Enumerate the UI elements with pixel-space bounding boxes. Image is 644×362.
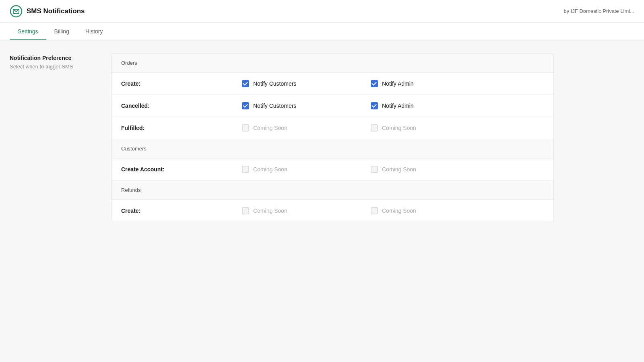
customers-create-account-notify-customers-checkbox [242,166,249,173]
tab-billing[interactable]: Billing [46,23,77,40]
orders-fulfilled-label: Fulfilled: [121,125,242,131]
orders-cancelled-options: Notify Customers Notify Admin [242,102,544,109]
refunds-create-notify-customers-label: Coming Soon [253,208,287,214]
sidebar-title: Notification Preference [10,55,98,61]
orders-section-header: Orders [111,53,553,73]
orders-cancelled-label: Cancelled: [121,103,242,109]
refunds-section-header: Refunds [111,181,553,200]
refunds-create-label: Create: [121,208,242,214]
tab-history[interactable]: History [77,23,111,40]
app-header-left: SMS Notifications [10,5,85,18]
app-header: SMS Notifications by IJF Domestic Privat… [0,0,644,23]
settings-panel: Orders Create: Notify Customers Notify A… [111,53,554,222]
refunds-create-notify-admin-checkbox-wrapper [371,207,378,214]
orders-fulfilled-options: Coming Soon Coming Soon [242,124,544,132]
refunds-create-notify-customers-group: Coming Soon [242,207,322,214]
orders-cancelled-notify-customers-checkbox-wrapper[interactable] [242,102,249,109]
customers-create-account-notify-admin-checkbox [371,166,378,173]
orders-cancelled-notify-customers-checkbox[interactable] [242,102,249,109]
orders-fulfilled-notify-admin-label: Coming Soon [382,125,416,131]
tab-navigation: Settings Billing History [0,23,644,40]
customers-create-account-notify-customers-checkbox-wrapper [242,166,249,173]
tab-settings[interactable]: Settings [10,23,46,40]
orders-create-notify-admin-label: Notify Admin [382,80,414,87]
orders-fulfilled-notify-customers-group: Coming Soon [242,124,322,132]
refunds-create-notify-admin-group: Coming Soon [371,207,451,214]
orders-create-notify-customers-checkbox-wrapper[interactable] [242,80,249,87]
orders-cancelled-notify-admin-group: Notify Admin [371,102,451,109]
orders-cancelled-notify-customers-label: Notify Customers [253,103,296,109]
main-content: Notification Preference Select when to t… [0,40,564,235]
orders-cancelled-notify-admin-checkbox[interactable] [371,102,378,109]
orders-fulfilled-notify-customers-checkbox [242,124,249,132]
customers-create-account-options: Coming Soon Coming Soon [242,166,544,173]
orders-create-notify-admin-checkbox[interactable] [371,80,378,87]
refunds-create-row: Create: Coming Soon Coming Soon [111,200,553,222]
orders-fulfilled-notify-admin-checkbox [371,124,378,132]
orders-create-row: Create: Notify Customers Notify Admin [111,73,553,95]
customers-create-account-notify-admin-checkbox-wrapper [371,166,378,173]
orders-fulfilled-notify-admin-group: Coming Soon [371,124,451,132]
orders-fulfilled-notify-admin-checkbox-wrapper [371,124,378,132]
orders-cancelled-row: Cancelled: Notify Customers Notify Admin [111,95,553,117]
orders-cancelled-notify-admin-checkbox-wrapper[interactable] [371,102,378,109]
customers-create-account-notify-admin-group: Coming Soon [371,166,451,173]
orders-fulfilled-notify-customers-checkbox-wrapper [242,124,249,132]
customers-section-header: Customers [111,139,553,158]
refunds-create-notify-customers-checkbox [242,207,249,214]
refunds-create-notify-admin-label: Coming Soon [382,208,416,214]
customers-create-account-notify-admin-label: Coming Soon [382,166,416,173]
customers-create-account-label: Create Account: [121,166,242,173]
orders-create-notify-admin-group: Notify Admin [371,80,451,87]
orders-create-label: Create: [121,80,242,87]
provider-label: by IJF Domestic Private Limi... [564,8,634,14]
orders-create-notify-customers-checkbox[interactable] [242,80,249,87]
customers-create-account-notify-customers-label: Coming Soon [253,166,287,173]
orders-create-notify-customers-group: Notify Customers [242,80,322,87]
orders-create-notify-customers-label: Notify Customers [253,80,296,87]
orders-cancelled-notify-customers-group: Notify Customers [242,102,322,109]
customers-create-account-row: Create Account: Coming Soon Coming Soon [111,158,553,181]
orders-cancelled-notify-admin-label: Notify Admin [382,103,414,109]
orders-fulfilled-notify-customers-label: Coming Soon [253,125,287,131]
refunds-create-notify-customers-checkbox-wrapper [242,207,249,214]
customers-create-account-notify-customers-group: Coming Soon [242,166,322,173]
orders-create-notify-admin-checkbox-wrapper[interactable] [371,80,378,87]
refunds-create-notify-admin-checkbox [371,207,378,214]
sidebar-description: Select when to trigger SMS [10,64,98,70]
app-title: SMS Notifications [27,7,85,15]
orders-create-options: Notify Customers Notify Admin [242,80,544,87]
refunds-create-options: Coming Soon Coming Soon [242,207,544,214]
orders-fulfilled-row: Fulfilled: Coming Soon Coming Soon [111,117,553,139]
sidebar-panel: Notification Preference Select when to t… [10,53,98,222]
sms-logo-icon [10,5,23,18]
